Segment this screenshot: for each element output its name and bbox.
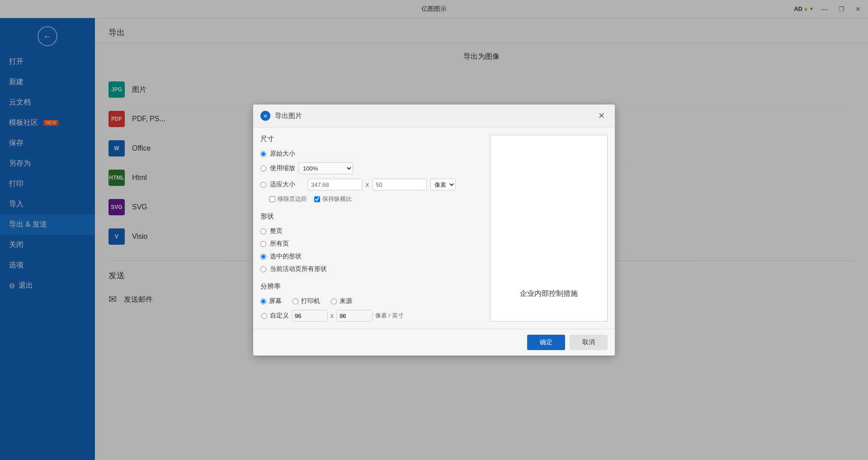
printer-label[interactable]: 打印机 [301, 297, 320, 305]
allpages-radio[interactable] [260, 241, 266, 247]
checkbox-row: 移除页边距 保持纵横比 [269, 195, 483, 203]
original-size-radio[interactable] [260, 151, 266, 157]
remove-border-label[interactable]: 移除页边距 [278, 195, 307, 203]
remove-border-checkbox[interactable] [269, 196, 275, 202]
keep-ratio-checkbox-item: 保持纵横比 [314, 195, 352, 203]
res-x-separator: x [330, 312, 334, 319]
source-radio[interactable] [331, 299, 337, 304]
fit-size-label[interactable]: 适应大小 [270, 180, 295, 189]
selected-label[interactable]: 选中的形状 [270, 252, 302, 261]
cancel-button[interactable]: 取消 [570, 335, 608, 350]
dialog-overlay: ≡ 导出图片 ✕ 尺寸 原始大小 使用缩放 [0, 0, 868, 460]
resolution-section: 分辨率 屏幕 打印机 来源 [260, 282, 483, 322]
preview-content-text: 企业内部控制措施 [520, 289, 578, 299]
res-height-input[interactable] [336, 310, 373, 322]
original-size-label[interactable]: 原始大小 [270, 150, 295, 158]
fit-height-input[interactable] [373, 179, 427, 190]
selected-radio[interactable] [260, 254, 266, 260]
resolution-section-label: 分辨率 [260, 282, 483, 293]
printer-option: 打印机 [292, 297, 320, 305]
zoom-size-radio[interactable] [260, 166, 266, 171]
custom-res-label[interactable]: 自定义 [270, 312, 289, 320]
allpages-row: 所有页 [260, 240, 483, 248]
dialog-preview-panel: 企业内部控制措施 [490, 135, 608, 322]
keep-ratio-label[interactable]: 保持纵横比 [322, 195, 352, 203]
source-option: 来源 [331, 297, 352, 305]
zoom-size-label[interactable]: 使用缩放 [270, 164, 295, 172]
selected-row: 选中的形状 [260, 252, 483, 261]
source-label[interactable]: 来源 [340, 297, 352, 305]
custom-res-radio[interactable] [261, 313, 267, 319]
currentpage-label[interactable]: 当前活动页所有形状 [270, 265, 327, 273]
currentpage-radio[interactable] [260, 266, 266, 272]
original-size-row: 原始大小 [260, 150, 483, 158]
fit-width-input[interactable] [308, 179, 362, 190]
dialog-body: 尺寸 原始大小 使用缩放 100% 适应大小 [253, 128, 615, 329]
x-separator: x [366, 181, 369, 188]
dialog-left-panel: 尺寸 原始大小 使用缩放 100% 适应大小 [260, 135, 483, 322]
confirm-button[interactable]: 确定 [527, 335, 565, 350]
fit-size-row: 适应大小 x 像素 英寸 厘米 [260, 179, 483, 190]
export-image-dialog: ≡ 导出图片 ✕ 尺寸 原始大小 使用缩放 [253, 104, 615, 356]
fit-size-radio[interactable] [260, 182, 266, 188]
shape-section: 形状 整页 所有页 选中的形状 当前活动页所有 [260, 212, 483, 273]
custom-resolution-row: 自定义 x 像素 / 英寸 [261, 310, 483, 322]
size-section: 尺寸 原始大小 使用缩放 100% 适应大小 [260, 135, 483, 203]
logo-char: ≡ [264, 113, 267, 119]
zoom-select[interactable]: 100% [299, 162, 353, 174]
dialog-footer: 确定 取消 [253, 329, 615, 356]
dialog-close-button[interactable]: ✕ [595, 110, 608, 122]
res-width-input[interactable] [292, 310, 328, 322]
screen-radio[interactable] [260, 299, 266, 304]
shape-section-label: 形状 [260, 212, 483, 223]
dialog-title: 导出图片 [275, 112, 591, 120]
zoom-size-row: 使用缩放 100% [260, 162, 483, 174]
keep-ratio-checkbox[interactable] [314, 196, 320, 202]
dialog-header: ≡ 导出图片 ✕ [253, 104, 615, 128]
printer-radio[interactable] [292, 299, 298, 304]
screen-label[interactable]: 屏幕 [269, 297, 282, 305]
resolution-options-row: 屏幕 打印机 来源 [260, 297, 483, 305]
screen-option: 屏幕 [260, 297, 282, 305]
res-unit-label: 像素 / 英寸 [375, 312, 404, 320]
fullpage-label[interactable]: 整页 [270, 227, 283, 235]
currentpage-row: 当前活动页所有形状 [260, 265, 483, 273]
fit-unit-select[interactable]: 像素 英寸 厘米 [430, 179, 456, 190]
allpages-label[interactable]: 所有页 [270, 240, 289, 248]
fit-size-inputs: x 像素 英寸 厘米 [308, 179, 456, 190]
fullpage-row: 整页 [260, 227, 483, 235]
size-section-label: 尺寸 [260, 135, 483, 145]
dialog-logo: ≡ [260, 111, 270, 121]
fullpage-radio[interactable] [260, 228, 266, 234]
remove-border-checkbox-item: 移除页边距 [269, 195, 307, 203]
